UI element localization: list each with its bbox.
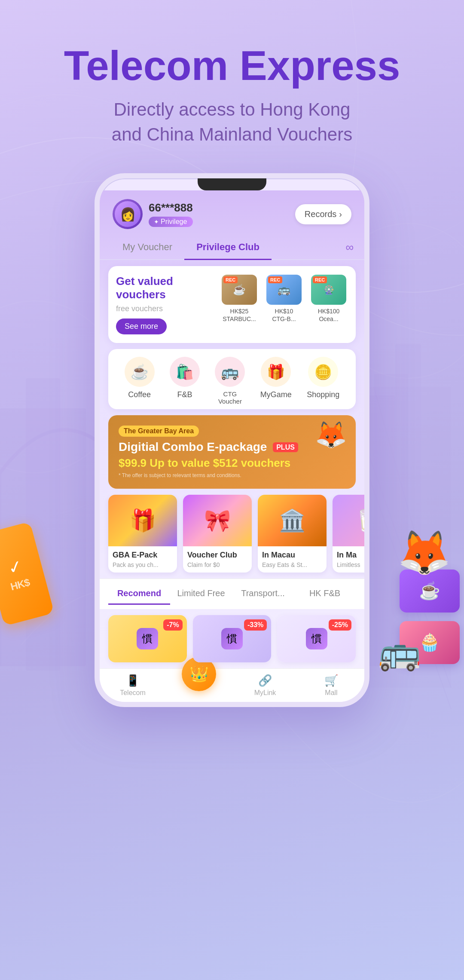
nav-icon-mall: 🛒	[324, 674, 338, 687]
category-ctg[interactable]: 🚌 CTGVoucher	[215, 357, 245, 405]
product-icon-1: 慣	[221, 628, 243, 649]
featured-card-voucher[interactable]: 🎀 Voucher Club Claim for $0	[183, 495, 252, 573]
featured-title-voucher: Voucher Club	[187, 551, 247, 560]
filter-tabs: Recomend Limited Free Transport... HK F&…	[100, 579, 364, 609]
cat-label-fnb: F&B	[177, 390, 192, 399]
product-icon-0: 慣	[137, 628, 158, 649]
phone-notch	[198, 178, 266, 190]
product-card-2[interactable]: 慣 -25%	[277, 615, 356, 662]
featured-sub-gba: Pack as you ch...	[113, 561, 173, 568]
plus-badge: PLUS	[273, 442, 298, 452]
crown-icon: 👑	[189, 665, 209, 683]
featured-img-macau2: 🥛	[333, 495, 364, 546]
shopping-icon: 🪙	[308, 357, 338, 387]
featured-title-gba: GBA E-Pack	[113, 551, 173, 560]
user-phone: 66***888	[149, 201, 193, 214]
featured-img-voucher: 🎀	[183, 495, 252, 546]
phone-frame: 👩 66***888 ✦ Privilege Records ›	[95, 173, 369, 707]
discount-badge-2: -25%	[329, 619, 351, 631]
nav-item-mylink[interactable]: 🔗 MyLink	[232, 674, 298, 697]
nav-item-center[interactable]: 👑	[166, 670, 232, 697]
main-title: Telecom Express	[26, 43, 438, 89]
product-card-1[interactable]: 慣 -33%	[193, 615, 272, 662]
voucher-card-inner: Get valued vouchers free vouchers See mo…	[116, 275, 348, 334]
featured-img-gba: 🎁	[108, 495, 177, 546]
featured-sub-voucher: Claim for $0	[187, 561, 247, 568]
fnb-icon: 🛍️	[170, 357, 200, 387]
tab-my-voucher[interactable]: My Voucher	[110, 236, 184, 260]
tab-privilege-club[interactable]: Privilege Club	[184, 236, 272, 260]
bottom-nav: 📱 Telecom 👑 🔗 MyLink 🛒 Mall	[100, 668, 364, 702]
records-button[interactable]: Records ›	[295, 204, 351, 224]
cat-label-shopping: Shopping	[307, 390, 339, 399]
category-shopping[interactable]: 🪙 Shopping	[307, 357, 339, 405]
category-row: ☕ Coffee 🛍️ F&B 🚌 CTGVoucher 🎁 MyGame 🪙	[108, 349, 356, 409]
toy-bus: 🚌	[378, 632, 421, 673]
filter-tab-transport[interactable]: Transport...	[232, 583, 294, 605]
product-icon-2: 慣	[306, 628, 327, 649]
rec-badge-0: REC	[223, 276, 238, 283]
rec-badge-1: REC	[268, 276, 282, 283]
user-info: 👩 66***888 ✦ Privilege	[113, 199, 193, 229]
voucher-title: Get valued vouchers	[116, 275, 213, 301]
nav-label-mylink: MyLink	[254, 689, 276, 697]
privilege-badge: ✦ Privilege	[149, 217, 193, 227]
featured-title-macau1: In Macau	[262, 551, 322, 560]
main-subtitle: Directly access to Hong Kong and China M…	[26, 97, 438, 148]
product-card-0[interactable]: 慣 -7%	[108, 615, 187, 662]
cat-label-mygame: MyGame	[260, 390, 292, 399]
phone-screen: 👩 66***888 ✦ Privilege Records ›	[100, 190, 364, 701]
header-section: Telecom Express Directly access to Hong …	[0, 0, 464, 173]
featured-sub-macau1: Easy Eats & St...	[262, 561, 322, 568]
nav-label-mall: Mall	[325, 689, 337, 697]
promo-banner[interactable]: The Greater Bay Area Digitial Combo E-pa…	[108, 415, 356, 489]
voucher-item-2[interactable]: REC 🎡 HK$100Ocea...	[309, 275, 348, 323]
filter-tab-recomend[interactable]: Recomend	[108, 583, 170, 605]
see-more-button[interactable]: See more	[116, 318, 167, 334]
nav-item-telecom[interactable]: 📱 Telecom	[100, 674, 166, 697]
featured-info-macau2: In Ma Limitless	[333, 546, 364, 573]
mascot-fox: 🦊	[397, 527, 451, 578]
featured-card-macau2[interactable]: 🥛 In Ma Limitless	[333, 495, 364, 573]
featured-sub-macau2: Limitless	[337, 561, 364, 568]
voucher-left: Get valued vouchers free vouchers See mo…	[116, 275, 213, 334]
voucher-item-1[interactable]: REC 🚌 HK$10CTG-B...	[265, 275, 303, 323]
category-fnb[interactable]: 🛍️ F&B	[170, 357, 200, 405]
ctg-icon: 🚌	[215, 357, 245, 387]
category-coffee[interactable]: ☕ Coffee	[125, 357, 155, 405]
voucher-label-2: HK$100Ocea...	[318, 307, 340, 323]
featured-row: 🎁 GBA E-Pack Pack as you ch... 🎀 Voucher…	[100, 495, 364, 579]
nav-label-telecom: Telecom	[120, 689, 146, 697]
voucher-label-0: HK$25STARBUC...	[223, 307, 256, 323]
banner-note: * The offer is subject to relevant terms…	[119, 472, 345, 478]
voucher-items: REC ☕ HK$25STARBUC... REC 🚌 HK$10CTG-B..…	[220, 275, 348, 323]
banner-tag: The Greater Bay Area	[119, 426, 199, 437]
product-grid: 慣 -7% 慣 -33% 慣 -25%	[100, 609, 364, 668]
avatar: 👩	[113, 199, 143, 229]
banner-mascot-emoji: 🦊	[315, 420, 347, 450]
cat-label-coffee: Coffee	[128, 390, 151, 399]
infinity-icon: ∞	[345, 241, 354, 254]
featured-title-macau2: In Ma	[337, 551, 364, 560]
nav-icon-telecom: 📱	[126, 674, 140, 687]
voucher-subtitle: free vouchers	[116, 304, 213, 313]
voucher-item-0[interactable]: REC ☕ HK$25STARBUC...	[220, 275, 259, 323]
featured-card-gba[interactable]: 🎁 GBA E-Pack Pack as you ch...	[108, 495, 177, 573]
deco-ticket-left: ✓ HK$	[0, 521, 54, 626]
category-mygame[interactable]: 🎁 MyGame	[260, 357, 292, 405]
voucher-thumb-starbucks: REC ☕	[222, 275, 257, 305]
featured-info-gba: GBA E-Pack Pack as you ch...	[108, 546, 177, 573]
phone-topbar: 👩 66***888 ✦ Privilege Records ›	[100, 190, 364, 236]
voucher-thumb-ocean: REC 🎡	[311, 275, 346, 305]
nav-icon-mylink: 🔗	[258, 674, 272, 687]
voucher-label-1: HK$10CTG-B...	[272, 307, 296, 323]
tabs-row: My Voucher Privilege Club ∞	[100, 236, 364, 260]
nav-item-mall[interactable]: 🛒 Mall	[298, 674, 364, 697]
featured-card-macau1[interactable]: 🏛️ In Macau Easy Eats & St...	[258, 495, 327, 573]
filter-tab-limited[interactable]: Limited Free	[170, 583, 232, 605]
banner-title: Digitial Combo E-package PLUS	[119, 440, 345, 454]
discount-badge-0: -7%	[163, 619, 182, 631]
discount-badge-1: -33%	[244, 619, 267, 631]
filter-tab-hkfnb[interactable]: HK F&B	[294, 583, 356, 605]
mygame-icon: 🎁	[261, 357, 291, 387]
